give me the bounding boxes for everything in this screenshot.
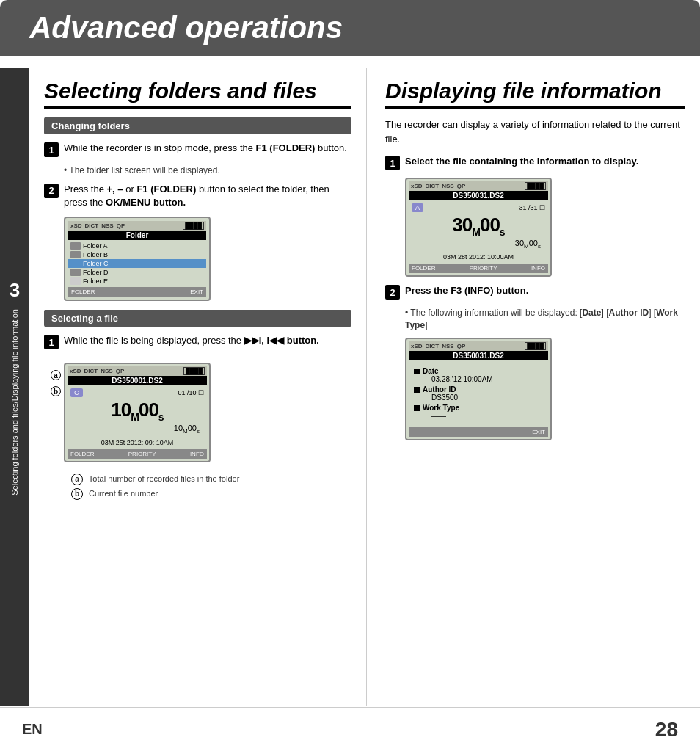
step-1-select-text: While the file is being displayed, press… [64,334,319,347]
file-counter-row: C ─ 01 /10 ☐ [68,387,207,399]
folder-icon-d [70,269,81,276]
folder-row-e: Folder E [68,277,206,286]
folder-screen-folder-btn: FOLDER [71,289,95,295]
step-1-select-num: 1 [44,335,59,349]
subsection-changing-folders-header: Changing folders [44,117,351,134]
file-time-big: 10M00s [68,400,207,422]
page-header: Advanced operations [0,0,700,56]
icon-xsd: xSD [70,222,82,229]
info-worktype-content: Work Type —— [423,404,459,420]
folder-row-c: Folder C [68,259,206,268]
step-2-num: 2 [44,184,59,198]
folder-icon-b [70,251,81,258]
page-title: Advanced operations [29,10,678,46]
screen-folder-label: Folder [68,231,206,240]
right-step-1-text: Select the file containing the informati… [405,155,638,168]
rfb1-info: INFO [531,265,545,272]
icon-nss: NSS [101,222,113,229]
folder-screen-bottom: FOLDER EXIT [68,287,206,297]
folder-label-e: Folder E [83,277,108,285]
subsection-select-file-header: Selecting a file [44,310,351,327]
info-exit-btn: EXIT [532,429,545,435]
file-time-small: 10M00s [68,424,207,435]
file-select-screen: xSD DICT NSS QP ████ DS350001.DS2 C ─ 01… [64,363,211,462]
rfs-icon-nss: NSS [442,183,453,189]
step-2-text: Press the +, – or F1 (FOLDER) button to … [64,183,351,209]
is-battery: ████ [525,342,546,350]
right-step-2-num: 2 [385,285,400,300]
right-file-time-small1: 30M00s [409,239,548,250]
info-fields: Date 03.28.'12 10:00AM Author ID DS3500 [409,362,548,425]
fs-icon-xsd: xSD [70,368,81,374]
right-file-screen-1: xSD DICT NSS QP ████ DS350031.DS2 A 31 /… [405,178,552,277]
rfs-icon-dict: DICT [426,183,440,189]
folder-icon-e [70,277,81,285]
info-author-value: DS3500 [431,393,458,402]
step-1-change-folder: 1 While the recorder is in stop mode, pr… [44,142,351,157]
step-1-text: While the recorder is in stop mode, pres… [64,142,347,155]
info-screen-wrapper: xSD DICT NSS QP ████ DS350031.DS2 Date 0… [405,338,685,440]
info-date-value: 03.28.'12 10:00AM [431,375,493,383]
folder-screen: xSD DICT NSS QP ████ Folder Folder A Fol… [64,217,211,301]
step-1-bullet: The folder list screen will be displayed… [64,164,351,177]
info-worktype-value: —— [431,412,459,420]
file-date: 03M 25t 2012: 09: 10AM [68,438,207,447]
info-screen: xSD DICT NSS QP ████ DS350031.DS2 Date 0… [405,338,552,440]
folder-label-c: Folder C [83,260,109,267]
info-author-label: Author ID [423,385,458,393]
info-date-field: Date 03.28.'12 10:00AM [412,367,545,383]
left-column: Selecting folders and files Changing fol… [29,68,367,706]
info-date-label: Date [423,367,493,375]
is-icon-dict: DICT [426,343,440,349]
screen-topbar: xSD DICT NSS QP ████ [68,221,206,231]
file-screen-topbar: xSD DICT NSS QP ████ [68,366,207,376]
fs-battery: ████ [183,367,205,375]
right-column: Displaying file information The recorder… [367,68,700,706]
rfs-icon-qp: QP [457,183,466,189]
sidebar-number: 3 [10,279,20,302]
icon-dict: DICT [85,222,99,229]
ann-circle-b: b [71,488,83,500]
annotation-b-text: b Current file number [71,488,351,500]
ann-a-desc: Total number of recorded files in the fo… [87,474,239,484]
right-step-1-num: 1 [385,156,400,170]
fs-icon-nss: NSS [101,368,112,374]
info-screen-filename: DS350031.DS2 [409,351,548,360]
info-worktype-square [414,405,420,411]
bottom-bar: EN 28 [0,707,700,751]
right-step-2: 2 Press the F3 (INFO) button. [385,284,685,300]
info-date-content: Date 03.28.'12 10:00AM [423,367,493,383]
folder-row-d: Folder D [68,268,206,277]
left-section-title: Selecting folders and files [44,79,351,109]
right-file-counter-row1: A 31 /31 ☐ [409,202,548,214]
file-btn-folder: FOLDER [70,451,94,457]
right-file-time-big1: 30M00s [409,215,548,237]
folder-label-b: Folder B [83,251,108,258]
annotation-list: a Total number of recorded files in the … [64,474,351,500]
folder-screen-mockup: xSD DICT NSS QP ████ Folder Folder A Fol… [64,217,351,301]
right-step-2-text: Press the F3 (INFO) button. [405,284,528,297]
is-icon-qp: QP [457,343,466,349]
right-file-folder-icon1: A [412,203,423,212]
info-screen-topbar: xSD DICT NSS QP ████ [409,341,548,351]
folder-label-d: Folder D [83,269,109,276]
fs-icon-qp: QP [116,368,125,374]
screen-icons: xSD DICT NSS QP [70,222,125,229]
info-screen-icons: xSD DICT NSS QP [411,343,465,349]
right-file-screen-1-wrapper: xSD DICT NSS QP ████ DS350031.DS2 A 31 /… [405,178,685,277]
ann-b-desc: Current file number [87,488,158,498]
annotation-a-text: a Total number of recorded files in the … [71,474,351,485]
right-file-screen-bottom1: FOLDER PRIORITY INFO [409,264,548,273]
annotation-a: a [51,370,61,380]
info-author-content: Author ID DS3500 [423,385,458,402]
file-screen-bottom: FOLDER PRIORITY INFO [68,449,207,459]
icon-qp: QP [117,222,125,229]
is-icon-nss: NSS [442,343,453,349]
file-screen-filename: DS350001.DS2 [68,376,207,385]
info-author-field: Author ID DS3500 [412,385,545,402]
folder-row-a: Folder A [68,242,206,250]
folder-icon-c [70,260,81,267]
folder-label-a: Folder A [83,242,108,250]
folder-row-b: Folder B [68,250,206,259]
info-screen-bottom: EXIT [409,427,548,437]
